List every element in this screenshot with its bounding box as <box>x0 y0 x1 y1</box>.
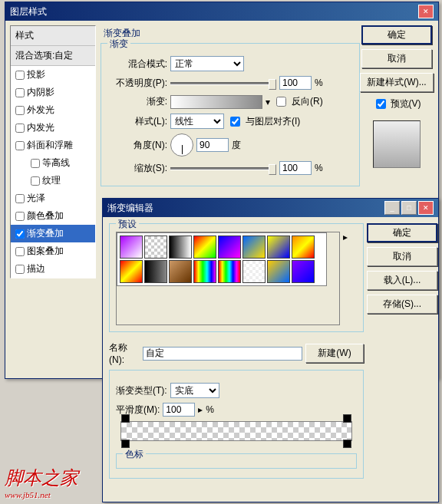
title: 图层样式 <box>10 5 47 18</box>
style-checkbox[interactable] <box>31 176 40 186</box>
gradient-swatch[interactable] <box>292 236 315 259</box>
angle-input[interactable] <box>196 138 229 152</box>
blend-mode-select[interactable]: 正常 <box>170 56 244 71</box>
cancel-button[interactable]: 取消 <box>361 49 432 68</box>
sidebar-item[interactable]: 纹理 <box>11 172 95 189</box>
sidebar-item[interactable]: 外发光 <box>11 101 95 119</box>
titlebar[interactable]: 渐变编辑器 _ □ ✕ <box>103 199 438 217</box>
opacity-input[interactable] <box>279 76 312 90</box>
preview-checkbox[interactable] <box>376 99 386 109</box>
gradient-preview[interactable] <box>170 95 262 109</box>
gradient-swatch[interactable] <box>242 236 266 259</box>
gradient-bar[interactable] <box>120 421 352 441</box>
save-button[interactable]: 存储(S)... <box>367 295 437 314</box>
new-style-button[interactable]: 新建样式(W)... <box>360 73 433 92</box>
align-checkbox[interactable] <box>230 117 240 127</box>
titlebar[interactable]: 图层样式 ✕ <box>5 2 438 21</box>
chevron-right-icon[interactable]: ▸ <box>198 404 203 415</box>
watermark: 脚本之家www.jb51.net <box>5 466 78 499</box>
gradient-swatch[interactable] <box>267 236 290 259</box>
scale-input[interactable] <box>279 161 312 175</box>
sidebar-item[interactable]: 投影 <box>11 66 95 84</box>
sidebar-item[interactable]: 颜色叠加 <box>11 207 95 225</box>
gradient-swatch[interactable] <box>218 260 241 283</box>
minimize-icon[interactable]: _ <box>384 201 400 215</box>
style-checkbox[interactable] <box>15 71 25 80</box>
panel-title: 渐变叠加 <box>104 27 360 40</box>
load-button[interactable]: 载入(L)... <box>367 271 437 290</box>
sidebar-item[interactable]: 图案叠加 <box>11 242 95 260</box>
ok-button[interactable]: 确定 <box>367 223 437 242</box>
gradient-swatch[interactable] <box>144 236 167 259</box>
sidebar-header-blend[interactable]: 混合选项:自定 <box>11 46 95 66</box>
opacity-slider[interactable] <box>170 77 276 88</box>
style-checkbox[interactable] <box>15 124 25 133</box>
close-icon[interactable]: ✕ <box>418 201 434 215</box>
gradient-swatch[interactable] <box>169 236 192 259</box>
sidebar-item[interactable]: 斜面和浮雕 <box>11 137 95 154</box>
style-checkbox[interactable] <box>15 88 25 97</box>
gradient-swatch[interactable] <box>193 260 216 283</box>
reverse-checkbox[interactable] <box>276 97 286 107</box>
new-button[interactable]: 新建(W) <box>305 344 364 363</box>
style-checkbox[interactable] <box>31 159 40 168</box>
flyout-menu-icon[interactable]: ▸ <box>343 232 348 242</box>
gradient-swatch[interactable] <box>144 260 167 283</box>
preview-box <box>373 120 421 168</box>
cancel-button[interactable]: 取消 <box>367 247 437 266</box>
gradient-editor-dialog: 渐变编辑器 _ □ ✕ 预设 ▸ 名称(N): 新建(W) <box>102 198 439 502</box>
angle-dial[interactable] <box>170 133 193 156</box>
style-checkbox[interactable] <box>15 194 25 203</box>
gradient-type-group: 渐变类型(T): 实底 平滑度(M): ▸ % 色标 <box>109 370 364 479</box>
stops-group: 色标 <box>116 453 357 469</box>
gradient-swatch[interactable] <box>120 236 143 259</box>
style-checkbox[interactable] <box>15 106 25 115</box>
title: 渐变编辑器 <box>107 202 153 215</box>
scale-slider[interactable] <box>170 163 276 173</box>
gradient-type-select[interactable]: 实底 <box>170 383 219 398</box>
gradient-swatch[interactable] <box>169 260 192 283</box>
gradient-swatch[interactable] <box>218 236 241 259</box>
gradient-swatch[interactable] <box>292 260 315 283</box>
close-icon[interactable]: ✕ <box>418 5 434 18</box>
sidebar-item[interactable]: 光泽 <box>11 189 95 207</box>
gradient-swatch[interactable] <box>120 260 143 283</box>
maximize-icon[interactable]: □ <box>401 201 417 215</box>
style-select[interactable]: 线性 <box>170 114 224 129</box>
style-list: 样式 混合选项:自定 投影内阴影外发光内发光斜面和浮雕等高线纹理光泽颜色叠加渐变… <box>10 25 96 278</box>
ok-button[interactable]: 确定 <box>361 25 432 44</box>
sidebar-header-styles[interactable]: 样式 <box>11 26 95 46</box>
style-checkbox[interactable] <box>15 141 25 150</box>
chevron-down-icon[interactable]: ▾ <box>266 97 270 107</box>
sidebar-item[interactable]: 描边 <box>11 260 95 278</box>
gradient-swatch[interactable] <box>242 260 266 283</box>
style-checkbox[interactable] <box>15 212 25 221</box>
presets-group: 预设 ▸ <box>109 223 364 332</box>
sidebar-item[interactable]: 内阴影 <box>11 84 95 101</box>
preset-list[interactable] <box>116 232 340 325</box>
gradient-swatch[interactable] <box>193 236 216 259</box>
name-input[interactable] <box>143 347 302 361</box>
style-checkbox[interactable] <box>15 265 25 274</box>
sidebar-item[interactable]: 等高线 <box>11 154 95 172</box>
sidebar-item[interactable]: 内发光 <box>11 119 95 137</box>
style-checkbox[interactable] <box>15 247 25 256</box>
style-checkbox[interactable] <box>15 229 25 239</box>
smoothness-input[interactable] <box>163 403 195 417</box>
gradient-group: 渐变 混合模式: 正常 不透明度(P): % 渐变: ▾ 反向(R) 样式(L)… <box>101 43 360 186</box>
gradient-swatch[interactable] <box>267 260 290 283</box>
sidebar-item[interactable]: 渐变叠加 <box>11 225 95 242</box>
